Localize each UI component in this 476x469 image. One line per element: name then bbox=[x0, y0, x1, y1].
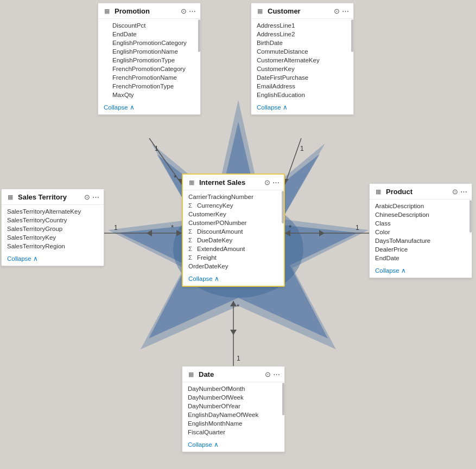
product-title: Product bbox=[386, 188, 452, 196]
field-addressline2: AddressLine2 bbox=[251, 30, 353, 38]
internet-sales-collapse[interactable]: Collapse ∧ bbox=[183, 273, 284, 286]
field-is-customerkey: CustomerKey bbox=[183, 210, 284, 219]
field-addressline1: AddressLine1 bbox=[251, 21, 353, 30]
field-englishdaynameofweek: EnglishDayNameOfWeek bbox=[182, 410, 284, 419]
field-discountpct: DiscountPct bbox=[98, 21, 200, 30]
date-header: ▦ Date ⊙ ⋯ bbox=[182, 367, 284, 382]
date-table: ▦ Date ⊙ ⋯ DayNumberOfMonth DayNumberOfW… bbox=[182, 366, 285, 452]
date-title: Date bbox=[199, 370, 265, 378]
promotion-fields: DiscountPct EndDate EnglishPromotionCate… bbox=[98, 19, 200, 101]
collapse-chevron-icon: ∧ bbox=[283, 104, 288, 111]
date-collapse[interactable]: Collapse ∧ bbox=[182, 439, 284, 452]
field-enddate: EndDate bbox=[98, 30, 200, 38]
field-color: Color bbox=[370, 228, 472, 236]
product-more-icon[interactable]: ⋯ bbox=[460, 188, 467, 196]
product-header: ▦ Product ⊙ ⋯ bbox=[370, 184, 472, 200]
field-customeraltkey: CustomerAlternateKey bbox=[251, 56, 353, 65]
customer-more-icon[interactable]: ⋯ bbox=[342, 7, 349, 15]
sales-territory-eye-icon[interactable]: ⊙ bbox=[84, 193, 90, 201]
promotion-collapse[interactable]: Collapse ∧ bbox=[98, 101, 200, 114]
field-stcountry: SalesTerritoryCountry bbox=[2, 216, 104, 224]
internet-sales-more-icon[interactable]: ⋯ bbox=[272, 178, 280, 187]
sales-territory-collapse[interactable]: Collapse ∧ bbox=[2, 253, 104, 266]
internet-sales-eye-icon[interactable]: ⊙ bbox=[264, 178, 270, 187]
date-fields: DayNumberOfMonth DayNumberOfWeek DayNumb… bbox=[182, 382, 284, 439]
field-staltkey: SalesTerritoryAlternateKey bbox=[2, 207, 104, 216]
internet-sales-table-icon: ▦ bbox=[187, 178, 196, 187]
field-product-enddate: EndDate bbox=[370, 254, 472, 262]
field-class: Class bbox=[370, 219, 472, 228]
promotion-table: ▦ Promotion ⊙ ⋯ DiscountPct EndDate Engl… bbox=[98, 3, 201, 115]
field-stkey: SalesTerritoryKey bbox=[2, 233, 104, 242]
field-customerkey: CustomerKey bbox=[251, 65, 353, 73]
field-frenchpromocategory: FrenchPromotionCategory bbox=[98, 65, 200, 73]
product-eye-icon[interactable]: ⊙ bbox=[452, 188, 458, 196]
field-birthdate: BirthDate bbox=[251, 38, 353, 47]
internet-sales-table: ▦ Internet Sales ⊙ ⋯ CarrierTrackingNumb… bbox=[182, 174, 285, 287]
field-englishpromotype: EnglishPromotionType bbox=[98, 56, 200, 65]
product-collapse[interactable]: Collapse ∧ bbox=[370, 265, 472, 278]
field-daystomanufacture: DaysToManufacture bbox=[370, 236, 472, 245]
field-daynumberofweek: DayNumberOfWeek bbox=[182, 393, 284, 402]
customer-scrollbar[interactable] bbox=[351, 20, 353, 52]
product-table-icon: ▦ bbox=[374, 187, 383, 196]
customer-eye-icon[interactable]: ⊙ bbox=[334, 7, 340, 15]
customer-fields: AddressLine1 AddressLine2 BirthDate Comm… bbox=[251, 19, 353, 101]
field-stregion: SalesTerritoryRegion bbox=[2, 242, 104, 250]
date-table-icon: ▦ bbox=[187, 370, 195, 378]
field-extendedamount: ΣExtendedAmount bbox=[183, 245, 284, 253]
product-table: ▦ Product ⊙ ⋯ ArabicDescription ChineseD… bbox=[369, 183, 472, 278]
product-fields: ArabicDescription ChineseDescription Cla… bbox=[370, 200, 472, 265]
promotion-table-icon: ▦ bbox=[103, 7, 111, 15]
promotion-scrollbar[interactable] bbox=[198, 20, 200, 52]
internet-sales-title: Internet Sales bbox=[199, 178, 264, 187]
promotion-header: ▦ Promotion ⊙ ⋯ bbox=[98, 3, 200, 19]
promotion-more-icon[interactable]: ⋯ bbox=[189, 7, 196, 15]
field-customerponumber: CustomerPONumber bbox=[183, 219, 284, 227]
internet-sales-header: ▦ Internet Sales ⊙ ⋯ bbox=[183, 175, 284, 190]
field-englisheducation: EnglishEducation bbox=[251, 91, 353, 99]
collapse-chevron-icon: ∧ bbox=[214, 441, 219, 448]
collapse-chevron-icon: ∧ bbox=[33, 255, 38, 262]
field-chinesedesc: ChineseDescription bbox=[370, 210, 472, 219]
collapse-chevron-icon: ∧ bbox=[130, 104, 135, 111]
customer-table-icon: ▦ bbox=[256, 7, 264, 15]
sales-territory-fields: SalesTerritoryAlternateKey SalesTerritor… bbox=[2, 205, 104, 253]
field-discountamount: ΣDiscountAmount bbox=[183, 227, 284, 236]
customer-table: ▦ Customer ⊙ ⋯ AddressLine1 AddressLine2… bbox=[251, 3, 354, 115]
collapse-chevron-icon: ∧ bbox=[401, 267, 406, 274]
internet-sales-scrollbar[interactable] bbox=[282, 191, 284, 223]
field-englishpromoname: EnglishPromotionName bbox=[98, 47, 200, 56]
customer-header: ▦ Customer ⊙ ⋯ bbox=[251, 3, 353, 19]
field-orderdatekey: OrderDateKey bbox=[183, 262, 284, 271]
sales-territory-title: Sales Territory bbox=[18, 193, 84, 201]
field-currencykey: ΣCurrencyKey bbox=[183, 201, 284, 210]
customer-title: Customer bbox=[268, 7, 334, 15]
field-maxqty: MaxQty bbox=[98, 91, 200, 99]
field-commutedistance: CommuteDistance bbox=[251, 47, 353, 56]
sales-territory-more-icon[interactable]: ⋯ bbox=[92, 193, 99, 201]
field-freight: ΣFreight bbox=[183, 253, 284, 262]
field-datefirstpurchase: DateFirstPurchase bbox=[251, 73, 353, 82]
customer-collapse[interactable]: Collapse ∧ bbox=[251, 101, 353, 114]
sales-territory-header: ▦ Sales Territory ⊙ ⋯ bbox=[2, 189, 104, 205]
field-fiscalquarter: FiscalQuarter bbox=[182, 428, 284, 436]
field-carriertracking: CarrierTrackingNumber bbox=[183, 192, 284, 201]
date-eye-icon[interactable]: ⊙ bbox=[265, 370, 271, 378]
date-more-icon[interactable]: ⋯ bbox=[273, 370, 280, 378]
collapse-chevron-icon: ∧ bbox=[214, 275, 219, 282]
field-dealerprice: DealerPrice bbox=[370, 245, 472, 254]
field-englishpromocategory: EnglishPromotionCategory bbox=[98, 38, 200, 47]
field-daynumberofyear: DayNumberOfYear bbox=[182, 402, 284, 410]
sales-territory-table-icon: ▦ bbox=[6, 192, 15, 201]
product-scrollbar[interactable] bbox=[469, 200, 472, 233]
field-frenchpromotype: FrenchPromotionType bbox=[98, 82, 200, 91]
field-daynumberofmonth: DayNumberOfMonth bbox=[182, 384, 284, 393]
field-englishmonthname: EnglishMonthName bbox=[182, 419, 284, 428]
field-emailaddress: EmailAddress bbox=[251, 82, 353, 91]
field-duedatekey: ΣDueDateKey bbox=[183, 236, 284, 245]
internet-sales-fields: CarrierTrackingNumber ΣCurrencyKey Custo… bbox=[183, 190, 284, 273]
promotion-eye-icon[interactable]: ⊙ bbox=[181, 7, 187, 15]
date-scrollbar[interactable] bbox=[282, 383, 284, 415]
sales-territory-table: ▦ Sales Territory ⊙ ⋯ SalesTerritoryAlte… bbox=[1, 189, 104, 266]
